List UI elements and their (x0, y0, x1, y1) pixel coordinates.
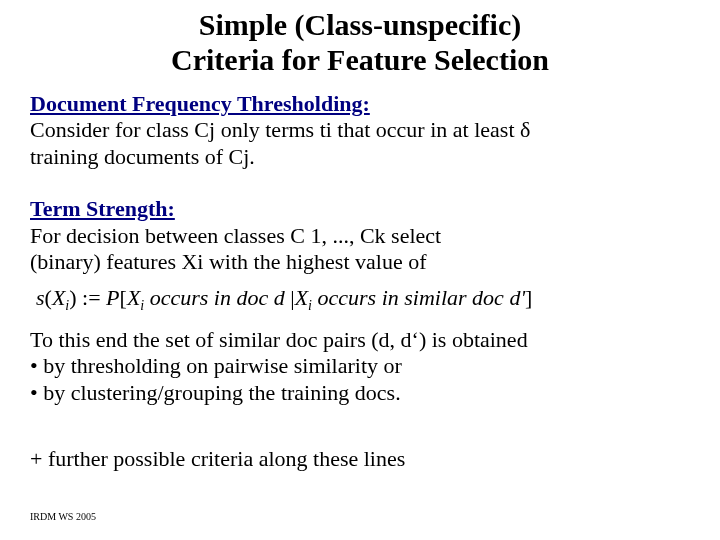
tail-line-2: • by thresholding on pairwise similarity… (30, 353, 690, 379)
ts-heading: Term Strength: (30, 196, 690, 222)
formula-X2: X (127, 285, 140, 310)
title-line-2: Criteria for Feature Selection (171, 43, 549, 76)
formula-X3: X (295, 285, 308, 310)
formula-mid1: occurs in doc d (144, 285, 290, 310)
section-dft: Document Frequency Thresholding: Conside… (30, 91, 690, 170)
tail-line-1: To this end the set of similar doc pairs… (30, 327, 690, 353)
section-tail: To this end the set of similar doc pairs… (30, 327, 690, 406)
formula-def: := (77, 285, 107, 310)
formula-lp: ( (45, 285, 52, 310)
slide-title: Simple (Class-unspecific) Criteria for F… (30, 8, 690, 77)
formula-rb: ] (525, 285, 532, 310)
formula-mid2: occurs in similar doc d' (312, 285, 525, 310)
formula-P: P (106, 285, 119, 310)
formula: s(Xi) := P[Xi occurs in doc d |Xi occurs… (36, 285, 690, 314)
plus-line: + further possible criteria along these … (30, 446, 690, 472)
footer-note: IRDM WS 2005 (30, 511, 96, 522)
ts-line-1: For decision between classes C 1, ..., C… (30, 223, 690, 249)
tail-line-3: • by clustering/grouping the training do… (30, 380, 690, 406)
formula-s: s (36, 285, 45, 310)
dft-line-1: Consider for class Cj only terms ti that… (30, 117, 690, 143)
ts-line-2: (binary) features Xi with the highest va… (30, 249, 690, 275)
formula-rp: ) (69, 285, 76, 310)
formula-X: X (52, 285, 65, 310)
dft-heading: Document Frequency Thresholding: (30, 91, 690, 117)
dft-line-2: training documents of Cj. (30, 144, 690, 170)
section-ts: Term Strength: For decision between clas… (30, 196, 690, 275)
formula-lb: [ (120, 285, 127, 310)
title-line-1: Simple (Class-unspecific) (199, 8, 522, 41)
